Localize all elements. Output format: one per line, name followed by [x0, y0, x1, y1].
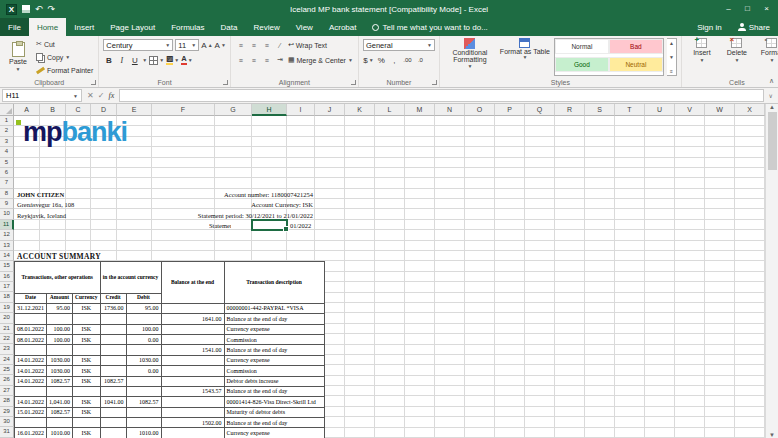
cell-currency[interactable]: ISK	[73, 397, 101, 407]
row-header-2[interactable]: 2	[0, 126, 14, 136]
excel-app-icon[interactable]: X	[6, 4, 17, 15]
cell-date[interactable]: 08.01.2022	[15, 324, 47, 334]
format-painter-button[interactable]: Format Painter	[35, 64, 94, 76]
column-header-g[interactable]: G	[215, 104, 252, 116]
format-as-table-button[interactable]: Format as Table ▼	[499, 38, 551, 76]
cell-balance[interactable]	[161, 366, 224, 376]
merge-center-button[interactable]: ▦Merge & Center▼	[287, 54, 354, 66]
cell-amount[interactable]	[47, 418, 73, 428]
cell-description[interactable]: Commission	[224, 366, 324, 376]
cell-credit[interactable]: 1041.00	[100, 397, 126, 407]
column-header-v[interactable]: V	[675, 104, 705, 116]
row-header-25[interactable]: 25	[0, 365, 14, 375]
number-format-dropdown[interactable]: General▼	[363, 39, 435, 51]
cell-amount[interactable]	[47, 314, 73, 324]
tab-insert[interactable]: Insert	[66, 18, 102, 36]
cell-currency[interactable]: ISK	[73, 366, 101, 376]
column-header-k[interactable]: K	[345, 104, 375, 116]
copy-button[interactable]: Copy▼	[35, 51, 94, 63]
decrease-decimal-button[interactable]: .0	[415, 54, 426, 66]
cell-date[interactable]: 08.01.2022	[15, 335, 47, 345]
row-header-14[interactable]: 14	[0, 251, 14, 261]
cell-description[interactable]: Currency expense	[224, 428, 324, 438]
cell-balance[interactable]	[161, 355, 224, 365]
column-header-d[interactable]: D	[91, 104, 117, 116]
column-header-x[interactable]: X	[735, 104, 765, 116]
row-header-28[interactable]: 28	[0, 396, 14, 406]
sign-in-button[interactable]: Sign in	[689, 18, 729, 36]
cell-currency[interactable]	[73, 386, 101, 396]
scrollbar-thumb[interactable]	[768, 112, 777, 170]
accounting-format-button[interactable]: $▼	[363, 54, 374, 66]
tab-view[interactable]: View	[288, 18, 321, 36]
cell-amount[interactable]: 1030.00	[47, 366, 73, 376]
font-color-button[interactable]: A▼	[181, 54, 192, 66]
close-icon[interactable]: ×	[757, 0, 776, 18]
row-header-21[interactable]: 21	[0, 324, 14, 334]
undo-icon[interactable]: ↶	[35, 4, 43, 14]
scroll-up-icon[interactable]: ▲	[769, 104, 775, 110]
gallery-more-icon[interactable]: ≡	[670, 68, 673, 74]
cell-date[interactable]: 14.01.2022	[15, 355, 47, 365]
cell-date[interactable]	[15, 386, 47, 396]
insert-cells-button[interactable]: + Insert ▼	[686, 38, 718, 76]
row-header-8[interactable]: 8	[0, 189, 14, 199]
insert-function-icon[interactable]: fx	[108, 91, 114, 100]
underline-button[interactable]: U	[129, 54, 140, 66]
cell-debit[interactable]	[126, 386, 161, 396]
column-header-q[interactable]: Q	[525, 104, 555, 116]
cell-date[interactable]: 15.01.2022	[15, 407, 47, 417]
row-header-11[interactable]: 11	[0, 220, 14, 230]
save-icon[interactable]	[22, 5, 30, 13]
cell-balance[interactable]	[161, 324, 224, 334]
tab-review[interactable]: Review	[245, 18, 287, 36]
cell-description[interactable]: Currency expense	[224, 355, 324, 365]
row-header-12[interactable]: 12	[0, 230, 14, 240]
align-right-icon[interactable]: ≡	[261, 54, 272, 66]
collapse-ribbon-icon[interactable]: ∧	[769, 77, 774, 85]
cell-debit[interactable]	[126, 418, 161, 428]
cell-balance[interactable]	[161, 335, 224, 345]
row-header-15[interactable]: 15	[0, 261, 14, 271]
cell-currency[interactable]: ISK	[73, 355, 101, 365]
row-header-13[interactable]: 13	[0, 241, 14, 251]
cell-currency[interactable]: ISK	[73, 335, 101, 345]
cell-credit[interactable]	[100, 355, 126, 365]
cell-credit[interactable]	[100, 386, 126, 396]
format-cells-button[interactable]: • Format ▼	[756, 38, 778, 76]
cell-balance[interactable]: 1641.00	[161, 314, 224, 324]
cell-description[interactable]: Balance at the end of day	[224, 345, 324, 355]
cell-description[interactable]: Balance at the end of day	[224, 418, 324, 428]
cell-amount[interactable]: 1010.00	[47, 428, 73, 438]
cell-debit[interactable]: 1010.00	[126, 428, 161, 438]
column-header-f[interactable]: F	[152, 104, 215, 116]
scroll-down-icon[interactable]: ▼	[769, 432, 775, 438]
row-header-23[interactable]: 23	[0, 344, 14, 354]
indent-icon[interactable]: ⇥	[274, 54, 285, 66]
cell-balance[interactable]	[161, 397, 224, 407]
fill-color-button[interactable]: ▨▼	[166, 54, 179, 66]
row-header-20[interactable]: 20	[0, 313, 14, 323]
row-header-3[interactable]: 3	[0, 137, 14, 147]
cell-date[interactable]	[15, 418, 47, 428]
row-header-29[interactable]: 29	[0, 407, 14, 417]
cell-debit[interactable]: 0.00	[126, 366, 161, 376]
cell-credit[interactable]	[100, 366, 126, 376]
cell-description[interactable]: 00001414-826-Visa Direct-Skrill Ltd	[224, 397, 324, 407]
cell-date[interactable]: 14.01.2022	[15, 397, 47, 407]
cell-credit[interactable]: 1082.57	[100, 376, 126, 386]
share-button[interactable]: Share	[730, 18, 778, 36]
cell-description[interactable]: Debtor debts increase	[224, 376, 324, 386]
vertical-scrollbar[interactable]: ▲ ▼	[765, 104, 778, 438]
cancel-icon[interactable]: ✕	[87, 91, 94, 100]
cell-description[interactable]: Currency expense	[224, 324, 324, 334]
row-header-9[interactable]: 9	[0, 199, 14, 209]
cell-date[interactable]: 14.01.2022	[15, 376, 47, 386]
column-header-u[interactable]: U	[645, 104, 675, 116]
align-center-icon[interactable]: ≡	[248, 54, 259, 66]
cell-description[interactable]: 00000001-442-PAYPAL *VISA	[224, 303, 324, 313]
font-dialog-launcher[interactable]	[223, 80, 228, 85]
column-header-j[interactable]: J	[315, 104, 345, 116]
cell-style-good[interactable]: Good	[555, 57, 609, 72]
cell-debit[interactable]: 95.00	[126, 303, 161, 313]
